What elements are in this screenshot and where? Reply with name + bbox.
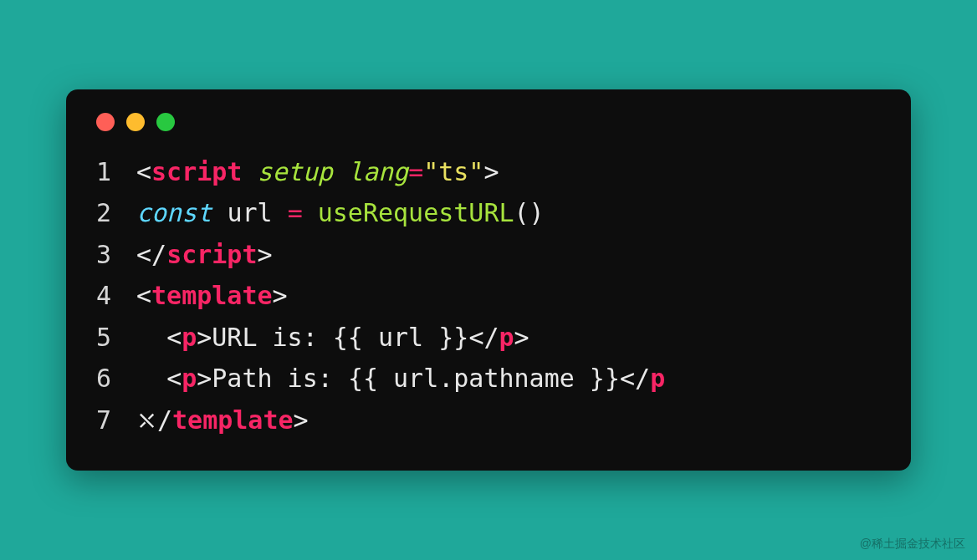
line-content: <p>Path is: {{ url.pathname }}</p xyxy=(136,358,665,400)
token-bracket: ⤬/ xyxy=(136,405,172,435)
token-tag: template xyxy=(172,405,294,435)
line-number: 5 xyxy=(96,317,136,359)
line-number: 4 xyxy=(96,275,136,317)
maximize-icon[interactable] xyxy=(156,113,175,131)
token-bracket: > xyxy=(483,157,499,186)
token-text xyxy=(273,198,288,227)
code-line: 7⤬/template> xyxy=(96,400,881,441)
token-bracket: > xyxy=(258,240,273,269)
token-bracket: </ xyxy=(136,240,166,269)
token-text xyxy=(136,323,166,352)
token-bracket: < xyxy=(136,157,151,186)
line-number: 1 xyxy=(96,151,136,193)
token-bracket: > xyxy=(273,281,288,310)
minimize-icon[interactable] xyxy=(126,113,145,131)
token-text xyxy=(303,198,318,227)
token-bracket: </ xyxy=(620,364,650,393)
token-text: URL is: xyxy=(212,323,333,352)
line-content: ⤬/template> xyxy=(136,400,309,441)
line-number: 2 xyxy=(96,192,136,234)
token-tag: script xyxy=(166,240,257,269)
line-number: 3 xyxy=(96,234,136,276)
token-tag: p xyxy=(499,323,514,352)
token-tag: script xyxy=(151,157,242,186)
token-attr: lang xyxy=(348,157,408,186)
traffic-lights xyxy=(96,113,881,131)
line-content: <script setup lang="ts"> xyxy=(136,151,499,193)
watermark-text: @稀土掘金技术社区 xyxy=(860,537,965,552)
token-tag: p xyxy=(182,364,197,393)
code-line: 3</script> xyxy=(96,234,881,276)
token-bracket: > xyxy=(197,364,212,393)
code-line: 4<template> xyxy=(96,275,881,317)
token-var: url xyxy=(227,198,272,227)
token-eq: = xyxy=(408,157,423,186)
token-interp: {{ url xyxy=(348,364,438,393)
code-block: 1<script setup lang="ts">2const url = us… xyxy=(96,151,881,441)
token-bracket: < xyxy=(166,323,182,352)
line-content: <p>URL is: {{ url }}</p> xyxy=(136,317,529,359)
token-attr: setup xyxy=(258,157,333,186)
token-op: = xyxy=(288,198,303,227)
token-bracket: < xyxy=(166,364,182,393)
line-content: <template> xyxy=(136,275,288,317)
token-bracket: > xyxy=(197,323,212,352)
code-line: 6 <p>Path is: {{ url.pathname }}</p xyxy=(96,358,881,400)
token-text xyxy=(136,364,166,393)
token-prop: .pathname }} xyxy=(438,364,620,393)
token-interp: {{ url }} xyxy=(333,323,469,352)
line-number: 7 xyxy=(96,400,136,441)
code-window: 1<script setup lang="ts">2const url = us… xyxy=(66,89,911,471)
token-func: useRequestURL xyxy=(318,198,514,227)
line-number: 6 xyxy=(96,358,136,400)
token-tag: template xyxy=(151,281,273,310)
token-bracket: < xyxy=(136,281,151,310)
token-paren: () xyxy=(514,198,545,227)
code-line: 5 <p>URL is: {{ url }}</p> xyxy=(96,317,881,359)
token-text: Path is: xyxy=(212,364,348,393)
code-line: 2const url = useRequestURL() xyxy=(96,192,881,234)
token-text xyxy=(212,198,227,227)
close-icon[interactable] xyxy=(96,113,115,131)
token-bracket: > xyxy=(514,323,529,352)
token-text xyxy=(242,157,257,186)
token-bracket: > xyxy=(294,405,309,435)
token-tag: p xyxy=(650,364,665,393)
token-string: "ts" xyxy=(423,157,483,186)
code-line: 1<script setup lang="ts"> xyxy=(96,151,881,193)
line-content: const url = useRequestURL() xyxy=(136,192,545,234)
token-keyword: const xyxy=(136,198,212,227)
token-text xyxy=(333,157,348,186)
token-bracket: </ xyxy=(468,323,499,352)
token-tag: p xyxy=(182,323,197,352)
line-content: </script> xyxy=(136,234,273,276)
